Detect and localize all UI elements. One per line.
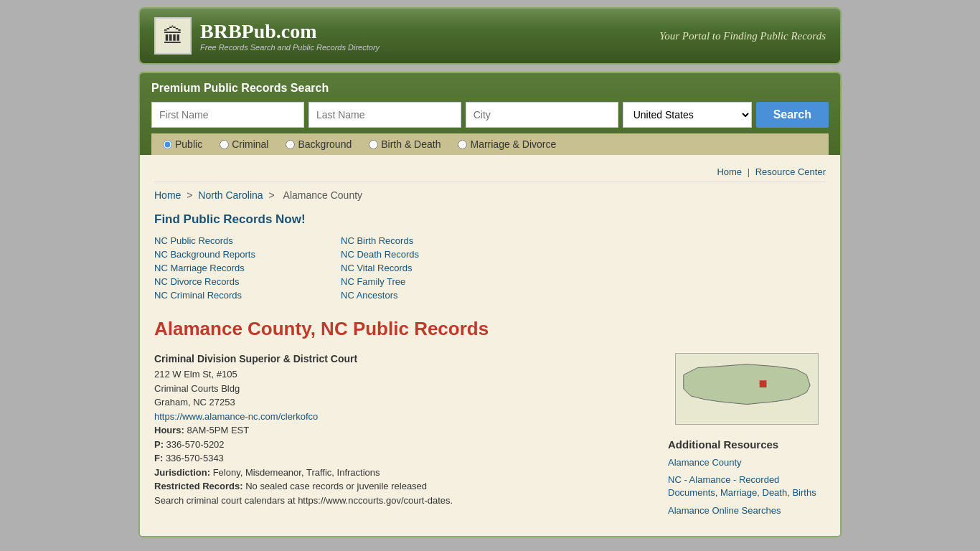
link-nc-background-reports[interactable]: NC Background Reports xyxy=(154,249,312,260)
court-record-card: Criminal Division Superior & District Co… xyxy=(154,353,654,507)
map-container xyxy=(668,353,826,427)
nc-shape xyxy=(684,364,810,405)
main-container: Premium Public Records Search United Sta… xyxy=(138,72,842,537)
link-nc-public-records[interactable]: NC Public Records xyxy=(154,235,312,246)
breadcrumb: Home > North Carolina > Alamance County xyxy=(154,189,826,201)
search-panel-title: Premium Public Records Search xyxy=(151,82,829,95)
search-button[interactable]: Search xyxy=(756,102,829,128)
logo-icon: 🏛 xyxy=(154,17,192,55)
court-name: Criminal Division Superior & District Co… xyxy=(154,353,654,364)
city-input[interactable] xyxy=(466,102,618,128)
first-name-input[interactable] xyxy=(151,102,304,128)
court-phone: P: 336-570-5202 xyxy=(154,438,654,452)
breadcrumb-sep2: > xyxy=(268,189,277,201)
radio-criminal[interactable]: Criminal xyxy=(220,138,268,150)
resource-alamance-county[interactable]: Alamance County xyxy=(668,456,826,469)
logo-text-group: BRBPub.com Free Records Search and Publi… xyxy=(200,20,380,52)
site-header: 🏛 BRBPub.com Free Records Search and Pub… xyxy=(138,7,842,65)
link-nc-marriage-records[interactable]: NC Marriage Records xyxy=(154,263,312,273)
additional-resources: Additional Resources Alamance County NC … xyxy=(668,438,826,517)
link-nc-divorce-records[interactable]: NC Divorce Records xyxy=(154,276,312,287)
link-nc-ancestors[interactable]: NC Ancestors xyxy=(341,290,499,301)
link-nc-death-records[interactable]: NC Death Records xyxy=(341,249,499,260)
radio-marriage-divorce[interactable]: Marriage & Divorce xyxy=(458,138,556,150)
court-address3: Graham, NC 27253 xyxy=(154,395,654,410)
additional-resources-title: Additional Resources xyxy=(668,438,826,451)
radio-row: Public Criminal Background Birth & Death… xyxy=(151,133,829,155)
home-link[interactable]: Home xyxy=(717,166,742,177)
radio-background[interactable]: Background xyxy=(286,138,352,150)
court-website[interactable]: https://www.alamance-nc.com/clerkofco xyxy=(154,411,318,422)
nc-map-svg xyxy=(675,353,819,425)
nav-separator: | xyxy=(748,166,750,177)
search-panel: Premium Public Records Search United Sta… xyxy=(140,73,840,155)
county-title: Alamance County, NC Public Records xyxy=(154,318,826,340)
breadcrumb-home[interactable]: Home xyxy=(154,189,181,201)
court-fax: F: 336-570-5343 xyxy=(154,451,654,466)
two-col-layout: Criminal Division Superior & District Co… xyxy=(154,353,826,522)
resource-online-searches[interactable]: Alamance Online Searches xyxy=(668,504,826,517)
breadcrumb-sep1: > xyxy=(187,189,195,201)
logo-area: 🏛 BRBPub.com Free Records Search and Pub… xyxy=(154,17,380,55)
radio-birth-death[interactable]: Birth & Death xyxy=(369,138,440,150)
breadcrumb-state[interactable]: North Carolina xyxy=(198,189,263,201)
find-records-title: Find Public Records Now! xyxy=(154,212,826,227)
county-marker xyxy=(760,380,767,387)
top-nav: Home | Resource Center xyxy=(154,162,826,182)
content-area: Home | Resource Center Home > North Caro… xyxy=(140,155,840,536)
resource-center-link[interactable]: Resource Center xyxy=(755,166,826,177)
logo-glyph: 🏛 xyxy=(163,24,183,48)
link-nc-birth-records[interactable]: NC Birth Records xyxy=(341,235,499,246)
link-nc-criminal-records[interactable]: NC Criminal Records xyxy=(154,290,312,301)
link-nc-family-tree[interactable]: NC Family Tree xyxy=(341,276,499,287)
search-fields: United States Search xyxy=(151,102,829,128)
court-restricted: Restricted Records: No sealed case recor… xyxy=(154,479,654,494)
site-slogan: Your Portal to Finding Public Records xyxy=(659,30,826,42)
court-jurisdiction: Jurisdiction: Felony, Misdemeanor, Traff… xyxy=(154,466,654,480)
court-address1: 212 W Elm St, #105 xyxy=(154,367,654,382)
court-hours: Hours: 8AM-5PM EST xyxy=(154,423,654,438)
right-column: Additional Resources Alamance County NC … xyxy=(668,353,826,522)
left-column: Criminal Division Superior & District Co… xyxy=(154,353,654,522)
records-links: NC Public Records NC Birth Records NC Ba… xyxy=(154,235,826,301)
radio-public[interactable]: Public xyxy=(163,138,202,150)
last-name-input[interactable] xyxy=(308,102,461,128)
court-calendars: Search criminal court calendars at https… xyxy=(154,494,654,508)
link-nc-vital-records[interactable]: NC Vital Records xyxy=(341,263,499,273)
site-tagline: Free Records Search and Public Records D… xyxy=(200,43,380,52)
breadcrumb-county: Alamance County xyxy=(283,189,363,201)
site-name: BRBPub.com xyxy=(200,20,380,43)
country-select[interactable]: United States xyxy=(623,102,752,128)
resource-recorded-docs[interactable]: NC - Alamance - Recorded Documents, Marr… xyxy=(668,474,826,499)
court-address2: Criminal Courts Bldg xyxy=(154,382,654,396)
